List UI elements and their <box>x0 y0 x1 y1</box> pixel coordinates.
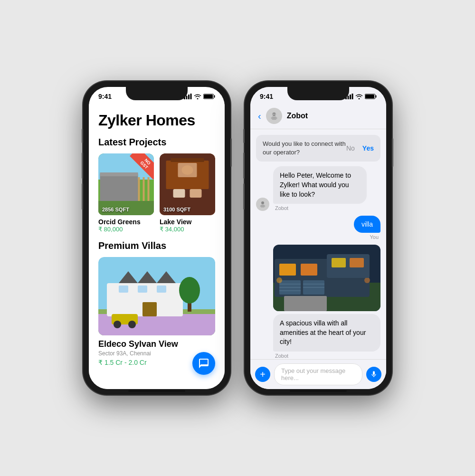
svg-rect-63 <box>301 264 317 276</box>
svg-rect-31 <box>157 286 166 293</box>
chat-header: ‹ Zobot <box>250 104 386 129</box>
svg-rect-71 <box>284 296 327 311</box>
wifi-icon <box>194 94 201 99</box>
svg-rect-44 <box>365 95 374 98</box>
back-button[interactable]: ‹ <box>258 111 261 122</box>
status-icons-right <box>345 94 377 99</box>
right-phone: 9:41 <box>245 81 392 395</box>
svg-rect-10 <box>100 172 138 176</box>
bot-greeting-content: Hello Peter, Welcome to Zylker! What wou… <box>273 166 367 211</box>
chat-fab-button[interactable] <box>192 352 215 375</box>
voice-input-button[interactable] <box>366 367 381 382</box>
svg-rect-40 <box>350 95 351 99</box>
status-time-right: 9:41 <box>260 93 273 100</box>
message-input[interactable]: Type out your message here... <box>274 363 362 385</box>
svg-rect-41 <box>352 94 353 99</box>
svg-rect-17 <box>171 158 204 162</box>
project-price-2: ₹ 34,000 <box>160 226 215 233</box>
chat-input-bar: + Type out your message here... <box>250 359 386 389</box>
svg-rect-30 <box>138 286 147 293</box>
svg-rect-54 <box>265 205 266 207</box>
svg-point-51 <box>261 201 264 204</box>
bot-greeting-row: Hello Peter, Welcome to Zylker! What wou… <box>256 166 380 211</box>
no-button[interactable]: No <box>346 144 355 152</box>
chat-screen: ‹ Zobot Would you like <box>250 104 386 389</box>
villa-image-container <box>273 245 380 311</box>
svg-rect-39 <box>348 96 349 100</box>
svg-rect-32 <box>142 302 157 316</box>
bot-greeting-bubble: Hello Peter, Welcome to Zylker! What wou… <box>273 166 367 204</box>
svg-point-37 <box>179 277 200 304</box>
bot-avatar-header <box>266 108 282 124</box>
svg-point-21 <box>182 165 193 175</box>
svg-rect-43 <box>376 95 377 98</box>
sqft-label-2: 3100 SQFT <box>163 207 190 212</box>
bot-avatar-msg1 <box>256 198 269 211</box>
svg-rect-47 <box>271 117 272 119</box>
user-bubble: villa <box>354 216 380 233</box>
yes-button[interactable]: Yes <box>362 144 374 152</box>
operator-banner: Would you like to connect with our opera… <box>256 135 380 162</box>
battery-icon-right <box>365 94 377 99</box>
bot-villa-bubble: A spacious villa with all amenities at t… <box>273 314 380 352</box>
svg-point-72 <box>276 277 282 283</box>
left-phone: 9:41 <box>83 81 230 395</box>
svg-point-73 <box>364 277 370 283</box>
svg-rect-18 <box>173 189 185 198</box>
bot-sender-label-1: Zobot <box>273 205 367 211</box>
project-name-2: Lake View <box>160 218 215 226</box>
chat-header-name: Zobot <box>287 112 379 120</box>
svg-rect-13 <box>143 177 145 201</box>
project-card-1[interactable]: NO GST 2856 SQFT Orcid Greens ₹ 80,000 <box>98 153 154 233</box>
battery-icon <box>203 94 215 99</box>
svg-rect-53 <box>260 205 261 207</box>
svg-point-50 <box>275 114 276 114</box>
bot-villa-row: A spacious villa with all amenities at t… <box>256 245 380 359</box>
svg-rect-29 <box>119 286 128 293</box>
svg-rect-12 <box>138 177 140 201</box>
wifi-icon-right <box>355 94 363 99</box>
operator-question: Would you like to connect with our opera… <box>263 140 346 157</box>
premium-section-title: Premium Villas <box>98 240 215 251</box>
notch-right <box>287 87 349 100</box>
svg-rect-3 <box>190 94 192 99</box>
svg-point-49 <box>273 114 274 114</box>
svg-rect-2 <box>188 95 190 99</box>
svg-rect-46 <box>272 116 276 120</box>
operator-buttons: No Yes <box>346 144 374 152</box>
app-title: Zylker Homes <box>98 112 215 129</box>
latest-projects-title: Latest Projects <box>98 137 215 148</box>
svg-rect-5 <box>214 95 215 98</box>
premium-villa-name: Eldeco Sylvan View <box>98 339 215 349</box>
app-screen: Zylker Homes Latest Projects <box>89 104 225 389</box>
chat-messages: Would you like to connect with our opera… <box>250 129 386 359</box>
svg-point-34 <box>114 321 121 328</box>
project-card-2[interactable]: 3100 SQFT Lake View ₹ 34,000 <box>160 153 215 233</box>
notch-left <box>126 87 188 100</box>
svg-rect-6 <box>204 95 213 98</box>
svg-rect-76 <box>350 258 364 267</box>
project-name-1: Orcid Greens <box>98 218 154 226</box>
svg-rect-48 <box>276 117 277 119</box>
user-message-row: villa You <box>256 216 380 240</box>
svg-rect-75 <box>332 258 346 267</box>
svg-rect-1 <box>186 96 188 100</box>
bot-villa-content: A spacious villa with all amenities at t… <box>273 245 380 359</box>
svg-rect-14 <box>148 177 150 201</box>
status-time-left: 9:41 <box>98 93 112 100</box>
svg-rect-19 <box>190 189 202 198</box>
sqft-label-1: 2856 SQFT <box>102 207 129 212</box>
projects-row: NO GST 2856 SQFT Orcid Greens ₹ 80,000 <box>98 153 215 233</box>
svg-rect-52 <box>261 205 265 208</box>
premium-card[interactable]: Eldeco Sylvan View Sector 93A, Chennai ₹… <box>98 257 215 366</box>
user-label: You <box>370 234 380 240</box>
home-indicator-right <box>290 390 347 392</box>
home-indicator-left <box>128 390 185 392</box>
svg-point-35 <box>128 321 136 328</box>
svg-rect-62 <box>279 264 296 276</box>
status-icons-left <box>184 94 215 99</box>
premium-section: Premium Villas <box>98 240 215 366</box>
project-price-1: ₹ 80,000 <box>98 226 154 233</box>
bot-sender-label-2: Zobot <box>273 353 380 359</box>
add-attachment-button[interactable]: + <box>255 367 270 382</box>
